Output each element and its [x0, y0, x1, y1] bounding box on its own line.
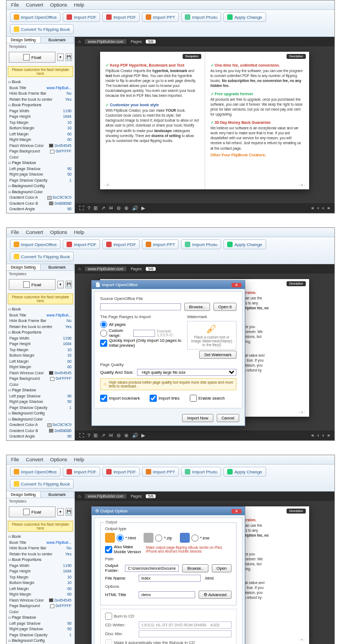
import-pdf-button-2[interactable]: Import PDF [102, 239, 140, 249]
template-save-button[interactable]: 💾 [65, 281, 72, 288]
home-icon[interactable]: ⌂ [78, 39, 81, 44]
address-bar[interactable]: www.FlipBuilder.com [84, 493, 128, 499]
menu-help[interactable]: Help [74, 2, 85, 8]
menu-options[interactable]: Options [50, 457, 67, 462]
menu-file[interactable]: File [11, 230, 19, 235]
enable-search-check[interactable]: Enable search [190, 395, 225, 402]
import-openoffice-button[interactable]: Import OpenOffice [10, 12, 61, 22]
page-input[interactable]: 5/8 [146, 40, 156, 43]
menu-options[interactable]: Options [50, 2, 67, 8]
quality-select[interactable]: High quality large file size [137, 369, 237, 376]
play-icon[interactable]: ▶ [141, 205, 145, 211]
import-pdf-button[interactable]: Import PDF [63, 467, 100, 477]
import-links-check[interactable]: Import links [150, 395, 179, 402]
play-icon[interactable]: ▶ [141, 433, 145, 438]
share-icon[interactable]: ↗ [101, 205, 106, 211]
address-bar[interactable]: www.FlipBuilder.com [84, 39, 128, 45]
zoom-in-icon[interactable]: ⊕ [124, 433, 129, 438]
expand-icon[interactable]: ⛶ [79, 433, 84, 438]
html-title-input[interactable] [139, 591, 195, 598]
tab-design-setting[interactable]: Design Setting [7, 492, 41, 498]
next-page-button[interactable]: › [322, 205, 324, 211]
convert-button[interactable]: Convert To Flipping Book [10, 252, 74, 261]
menu-file[interactable]: File [11, 457, 19, 462]
menu-help[interactable]: Help [74, 457, 85, 462]
output-zip-radio[interactable]: *.zip [144, 533, 172, 543]
custom-range-input[interactable] [133, 330, 155, 337]
template-dropdown[interactable]: ▾ [57, 508, 64, 516]
expand-icon[interactable]: ⛶ [79, 205, 84, 211]
zoom-out-icon[interactable]: ⊖ [117, 433, 121, 438]
import-pdf-button[interactable]: Import PDF [63, 12, 100, 22]
menu-options[interactable]: Options [50, 230, 67, 235]
advanced-button[interactable]: ⚙ Advanced [199, 591, 232, 599]
first-page-button[interactable]: « [311, 433, 314, 438]
home-icon[interactable]: ⌂ [78, 266, 81, 271]
menu-file[interactable]: File [11, 2, 19, 8]
menu-convert[interactable]: Convert [26, 2, 43, 8]
close-button[interactable]: ✕ [232, 283, 241, 287]
all-pages-radio[interactable]: All pages [100, 321, 184, 328]
address-bar[interactable]: www.FlipBuilder.com [84, 266, 128, 272]
first-page-button[interactable]: « [311, 205, 314, 211]
property-tree[interactable]: BookBook Titlewww.FlipBuil...Hide Book F… [7, 533, 74, 644]
set-watermark-button[interactable]: Set Watermark [199, 351, 237, 359]
zoom-out-icon[interactable]: ⊖ [117, 205, 121, 211]
file-name-input[interactable] [139, 575, 201, 582]
prev-page-button[interactable]: ‹ [317, 205, 319, 211]
output-html-radio[interactable]: *.html [105, 533, 136, 543]
quick-import-check[interactable]: Quickly import (Only import 10 pages to … [100, 338, 184, 348]
zoom-in-icon[interactable]: ⊕ [124, 205, 129, 211]
thumbs-icon[interactable]: ⊞ [94, 433, 98, 438]
import-photo-button[interactable]: Import Photo [181, 239, 221, 249]
import-photo-button[interactable]: Import Photo [181, 467, 221, 477]
import-ppt-button[interactable]: Import PPT [142, 467, 179, 477]
menu-help[interactable]: Help [74, 230, 85, 235]
template-save-button[interactable]: 💾 [65, 508, 72, 516]
property-tree[interactable]: BookBook Titlewww.FlipBuil...Hide Book F… [7, 78, 74, 213]
flipbook[interactable]: Navigation ✓ Keep PDF Hyperlink, Bookmar… [100, 52, 309, 189]
import-openoffice-button[interactable]: Import OpenOffice [10, 239, 61, 249]
output-folder-input[interactable] [125, 565, 179, 572]
template-float-button[interactable]: Float [9, 52, 56, 63]
next-page-button[interactable]: › [322, 433, 324, 438]
menu-convert[interactable]: Convert [26, 457, 43, 462]
open-button[interactable]: Open it [213, 303, 237, 311]
import-now-button[interactable]: Import Now [182, 414, 213, 422]
import-pdf-button-2[interactable]: Import PDF [102, 467, 140, 477]
browse-button[interactable]: Browse.. [184, 303, 210, 311]
output-exe-radio[interactable]: *.exe [180, 533, 210, 543]
browse-button[interactable]: Browse.. [182, 564, 208, 572]
import-bookmark-check[interactable]: Import bookmark [100, 395, 140, 402]
prev-page-button[interactable]: ‹ [317, 433, 319, 438]
tab-design-setting[interactable]: Design Setting [7, 37, 41, 43]
convert-button[interactable]: Convert To Flipping Book [10, 24, 74, 34]
menu-convert[interactable]: Convert [26, 230, 43, 235]
help-icon[interactable]: ? [87, 433, 90, 438]
convert-button[interactable]: Convert To Flipping Book [10, 479, 74, 489]
thumbs-icon[interactable]: ⊞ [94, 205, 98, 211]
page-input[interactable]: 5/8 [146, 494, 156, 498]
page-input[interactable]: 5/8 [146, 267, 156, 271]
apply-change-button[interactable]: Apply Change [223, 239, 266, 249]
apply-change-button[interactable]: Apply Change [223, 467, 266, 477]
property-tree[interactable]: BookBook Titlewww.FlipBuil...Hide Book F… [7, 305, 74, 440]
tab-design-setting[interactable]: Design Setting [7, 264, 41, 270]
custom-range-radio[interactable]: Custom range: Example: 1,3,5,9-21 [100, 328, 184, 338]
template-dropdown[interactable]: ▾ [57, 281, 64, 288]
import-ppt-button[interactable]: Import PPT [142, 12, 179, 22]
template-save-button[interactable]: 💾 [65, 53, 72, 61]
tab-bookmark[interactable]: Bookmark [41, 264, 75, 270]
tab-bookmark[interactable]: Bookmark [41, 492, 75, 498]
autoplay-check[interactable]: Make it automatically play the flipbook … [105, 639, 232, 644]
import-openoffice-button[interactable]: Import OpenOffice [10, 467, 61, 477]
template-dropdown[interactable]: ▾ [57, 53, 64, 61]
apply-change-button[interactable]: Apply Change [223, 12, 266, 22]
mobile-version-check[interactable]: Also Make Mobile Version Make output pag… [105, 544, 232, 554]
burn-cd-check[interactable]: Burn to CD [105, 613, 232, 620]
import-pdf-button[interactable]: Import PDF [63, 239, 100, 249]
cancel-button[interactable]: Cancel [217, 414, 239, 422]
open-button[interactable]: Open [212, 564, 232, 572]
import-pdf-button-2[interactable]: Import PDF [102, 12, 140, 22]
sound-icon[interactable]: 🔊 [132, 433, 138, 438]
